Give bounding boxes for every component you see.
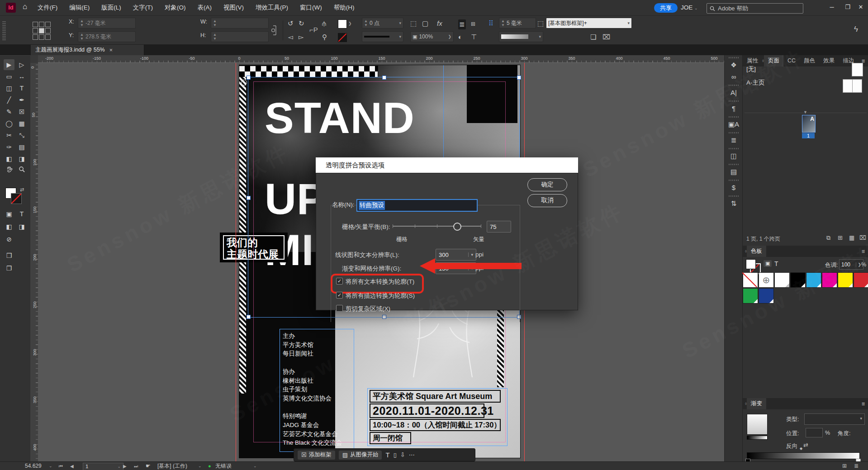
menu-table[interactable]: 表(A) <box>198 4 212 12</box>
swap-fill-stroke-icon[interactable]: ⇄ <box>20 187 24 193</box>
swatch-black[interactable] <box>790 272 806 288</box>
master-a-thumbnail-left[interactable] <box>843 79 853 93</box>
tab-color[interactable]: 颜色 <box>800 55 819 66</box>
spread-collapse-icon[interactable]: ▼ <box>803 110 807 114</box>
apply-to-container-icon[interactable]: ▣ <box>4 209 14 219</box>
gradient-menu-icon[interactable]: ≡ <box>862 401 868 407</box>
page-1-number[interactable]: 1 <box>802 133 815 138</box>
tool-gradient[interactable]: ◧ <box>4 153 14 164</box>
character-styles-panel-icon[interactable]: A| <box>727 87 740 99</box>
corner-shape-icon[interactable]: ▢ <box>422 19 428 28</box>
user-menu[interactable]: JOE ⌄ <box>681 4 698 11</box>
tool-pen[interactable]: ✒ <box>16 95 27 105</box>
help-search-input[interactable]: Adobe 帮助 <box>707 3 803 14</box>
tool-gap[interactable]: ↔ <box>16 71 27 82</box>
corner-options-icon[interactable]: ⬚ <box>410 19 417 28</box>
object-styles-panel-icon[interactable]: ◫ <box>727 150 740 162</box>
gradient-reverse-icon[interactable]: ⇄ <box>803 442 808 448</box>
selection-handle[interactable] <box>247 196 251 200</box>
screen-mode-icon[interactable]: ❒ <box>4 250 14 261</box>
glyphs-panel-icon[interactable]: ▣A <box>727 119 740 130</box>
tool-scissors[interactable]: ✂ <box>4 130 14 141</box>
apply-none-icon[interactable]: ⊘ <box>4 234 14 245</box>
tab-cc-libraries[interactable]: CC <box>783 55 800 66</box>
links-panel-icon[interactable]: ∞ <box>727 71 740 83</box>
tool-free-transform[interactable]: ⤡ <box>16 130 27 141</box>
ok-button[interactable]: 确定 <box>527 178 567 191</box>
swatches-menu-icon[interactable]: ≡ <box>862 248 868 255</box>
tool-selection[interactable]: ▶ <box>4 59 14 70</box>
select-container-icon[interactable]: ⫛ <box>322 19 326 28</box>
view-options-icon[interactable]: ❐ <box>4 263 14 274</box>
text-wrap-panel-icon[interactable]: ≣ <box>727 134 740 146</box>
tool-page[interactable]: ▭ <box>4 71 14 82</box>
selection-handle[interactable] <box>247 76 251 80</box>
gradient-thumbnail[interactable] <box>747 414 768 435</box>
balance-value-field[interactable]: 75 <box>487 221 511 233</box>
page-number-field[interactable]: 1⌄ <box>83 463 123 470</box>
quick-apply-icon[interactable]: ϟ <box>854 25 858 34</box>
convert-strokes-checkbox[interactable]: ✓ <box>336 292 343 299</box>
rotate-cw-icon[interactable]: ↻ <box>299 19 304 28</box>
reference-point-proxy[interactable] <box>33 22 51 40</box>
menu-view[interactable]: 视图(V) <box>223 4 244 12</box>
delete-page-icon[interactable]: ⌧ <box>859 234 866 241</box>
tool-table[interactable]: ▦ <box>16 118 27 129</box>
master-a-label[interactable]: A-主页 <box>746 79 765 87</box>
menu-type[interactable]: 文字(T) <box>133 4 153 12</box>
menu-edit[interactable]: 编辑(E) <box>69 4 90 12</box>
tint-ramp-field[interactable]: ▾ <box>499 31 543 42</box>
swatch-yellow[interactable] <box>838 272 853 288</box>
wrap-offset-field[interactable]: ▲▼5 毫米 <box>499 18 536 28</box>
balance-slider-knob[interactable] <box>453 223 461 231</box>
object-style-dropdown[interactable]: [基本图形框架]+▾ <box>546 18 632 28</box>
swatch-red[interactable] <box>854 272 868 288</box>
gradient-position-field[interactable] <box>806 428 823 437</box>
swatch-none[interactable] <box>743 272 758 288</box>
menu-help[interactable]: 帮助(H) <box>334 4 355 12</box>
dialog-title-bar[interactable]: 透明度拼合预设选项 <box>316 157 578 173</box>
select-content-icon[interactable]: ⚲ <box>322 33 327 41</box>
tool-rectangle-frame[interactable]: ☒ <box>16 106 27 117</box>
document-tab[interactable]: 主题画展海报3.indd @ 55% × <box>31 45 144 55</box>
constrain-proportions-icon[interactable] <box>270 24 277 37</box>
new-spread-icon[interactable]: ⊞ <box>838 234 843 241</box>
import-icon[interactable]: ⇩ <box>400 451 405 458</box>
selection-handle[interactable] <box>517 76 521 80</box>
preflight-preset[interactable]: [基本] (工作) <box>157 462 187 470</box>
clip-complex-checkbox[interactable] <box>336 305 343 312</box>
rotate-ccw-icon[interactable]: ↺ <box>288 19 294 28</box>
stroke-swatch[interactable] <box>338 33 347 42</box>
opacity-field[interactable]: ▣100%❯ <box>410 31 454 42</box>
drop-shadow-icon[interactable]: ⊤ <box>471 33 477 41</box>
h-field[interactable]: ▲▼ <box>211 31 269 42</box>
tool-gradient-feather[interactable]: ◨ <box>16 153 27 164</box>
indesign-logo[interactable]: Id <box>6 3 16 13</box>
wrap-none-icon[interactable]: ≣ <box>458 19 466 29</box>
selection-handle[interactable] <box>382 76 386 80</box>
swatch-paper[interactable] <box>774 272 790 288</box>
ruler-origin[interactable] <box>30 55 38 63</box>
clear-overrides-icon[interactable]: ❏ <box>590 33 596 41</box>
tool-note[interactable]: ▤ <box>16 142 27 152</box>
tint-field[interactable]: 100❯ <box>839 259 863 270</box>
y-field[interactable]: ▲▼278.5 毫米 <box>78 31 136 42</box>
tab-effects[interactable]: 效果 <box>819 55 839 66</box>
stroke-style-field[interactable]: ▾ <box>362 31 403 42</box>
master-none-thumbnail[interactable] <box>852 63 863 76</box>
paragraph-styles-panel-icon[interactable]: ¶ <box>727 103 740 114</box>
vertical-ruler[interactable]: 050 100150 200250 300350 400 <box>30 63 38 461</box>
fill-flyout-arrow[interactable]: ❯ <box>348 21 352 26</box>
tool-zoom[interactable] <box>16 165 27 176</box>
swatch-cyan[interactable] <box>806 272 821 288</box>
tab-swatches[interactable]: 色板 <box>747 246 766 257</box>
preflight-icon[interactable]: ☛ <box>146 462 151 470</box>
status-dropdown-icon[interactable]: ⌄ <box>253 462 257 470</box>
tool-ellipse[interactable]: ◯ <box>4 118 14 129</box>
tab-gradient[interactable]: 渐变 <box>747 398 766 409</box>
prev-page-icon[interactable]: ◀ <box>70 462 74 470</box>
content-grabber-icon[interactable]: + <box>241 80 247 85</box>
stock-panel-icon[interactable]: $ <box>727 182 740 194</box>
master-none-label[interactable]: [无] <box>746 65 756 73</box>
effects-panel-icon[interactable]: ▤ <box>727 166 740 178</box>
